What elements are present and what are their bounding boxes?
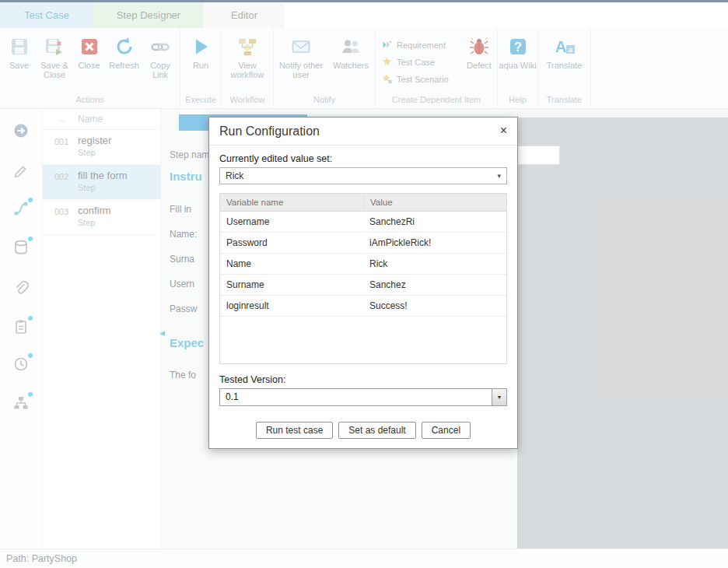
variables-table: Variable name Value Username SanchezRi P… — [219, 193, 507, 364]
value-set-selected-value: Rick — [226, 170, 243, 181]
table-row[interactable]: Username SanchezRi — [220, 212, 506, 233]
col-value: Value — [363, 194, 506, 212]
tested-version-combo[interactable]: 0.1 ▼ — [219, 388, 507, 406]
table-row[interactable]: loginresult Success! — [220, 296, 506, 317]
combo-arrow-icon: ▼ — [497, 394, 502, 400]
dialog-close-icon[interactable]: × — [500, 124, 507, 138]
value-set-select[interactable]: Rick ▾ — [219, 167, 507, 184]
dialog-title: Run Configuration — [219, 124, 320, 138]
dialog-body: Currently edited value set: Rick ▾ Varia… — [209, 153, 517, 439]
table-row[interactable]: Surname Sanchez — [220, 275, 506, 296]
combo-dropdown-button[interactable]: ▼ — [492, 389, 506, 405]
dialog-buttons: Run test case Set as default Cancel — [219, 422, 507, 439]
set-as-default-button[interactable]: Set as default — [338, 422, 415, 439]
tested-version-label: Tested Version: — [219, 374, 507, 385]
chevron-down-icon: ▾ — [497, 172, 501, 180]
value-set-label: Currently edited value set: — [219, 153, 507, 164]
tested-version-value: 0.1 — [220, 389, 492, 405]
table-row[interactable]: Password iAmPickleRick! — [220, 233, 506, 254]
table-row[interactable]: Name Rick — [220, 254, 506, 275]
col-variable-name: Variable name — [220, 194, 363, 212]
run-test-case-button[interactable]: Run test case — [256, 422, 333, 439]
variables-table-header: Variable name Value — [220, 194, 506, 212]
dialog-header: Run Configuration × — [209, 117, 517, 146]
cancel-button[interactable]: Cancel — [422, 422, 471, 439]
run-configuration-dialog: Run Configuration × Currently edited val… — [208, 117, 518, 449]
